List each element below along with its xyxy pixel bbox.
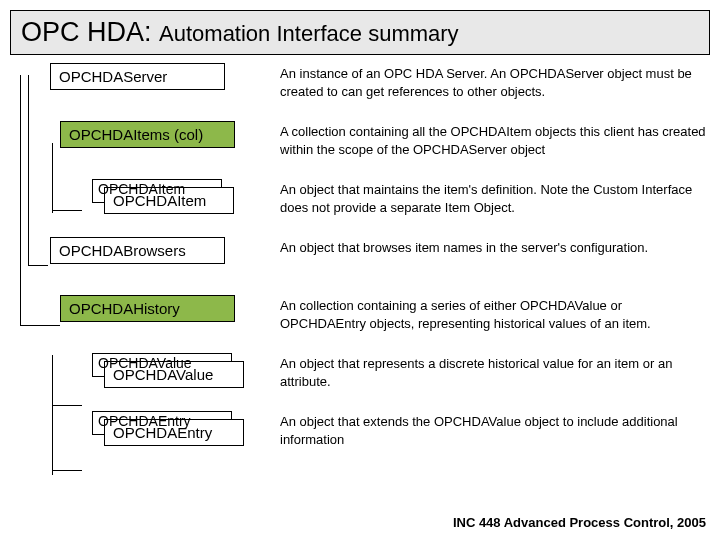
diagram-row: OPCHDAValue OPCHDAValue An object that r… [10,353,710,397]
node-desc: An object that extends the OPCHDAValue o… [280,411,710,448]
tree-line [52,470,82,471]
page-title: OPC HDA: Automation Interface summary [10,10,710,55]
node-back-label: OPCHDAEntry [98,413,191,429]
node-label: OPCHDABrowsers [59,242,186,259]
node-label: OPCHDAItems (col) [69,126,203,143]
title-main: OPC HDA: [21,17,152,47]
title-sub: Automation Interface summary [159,21,459,46]
diagram-row: OPCHDAServer An instance of an OPC HDA S… [10,63,710,107]
node-opchdaserver: OPCHDAServer [50,63,225,90]
node-opchdahistory: OPCHDAHistory [60,295,235,322]
node-desc: An object that browses item names in the… [280,237,710,257]
node-desc: An object that maintains the item's defi… [280,179,710,216]
diagram-row: OPCHDABrowsers An object that browses it… [10,237,710,281]
node-back-label: OPCHDAItem [98,181,185,197]
diagram-row: OPCHDAHistory An collection containing a… [10,295,710,339]
node-back-label: OPCHDAValue [98,355,192,371]
node-desc: A collection containing all the OPCHDAIt… [280,121,710,158]
diagram-area: OPCHDAServer An instance of an OPC HDA S… [0,55,720,455]
node-opchdabrowsers: OPCHDABrowsers [50,237,225,264]
node-desc: An collection containing a series of eit… [280,295,710,332]
node-label: OPCHDAServer [59,68,167,85]
diagram-row: OPCHDAItem OPCHDAItem An object that mai… [10,179,710,223]
diagram-row: OPCHDAEntry OPCHDAEntry An object that e… [10,411,710,455]
node-desc: An object that represents a discrete his… [280,353,710,390]
diagram-row: OPCHDAItems (col) A collection containin… [10,121,710,165]
tree-line [52,405,82,406]
node-label: OPCHDAHistory [69,300,180,317]
node-desc: An instance of an OPC HDA Server. An OPC… [280,63,710,100]
node-opchdaitems: OPCHDAItems (col) [60,121,235,148]
footer-text: INC 448 Advanced Process Control, 2005 [453,515,706,530]
